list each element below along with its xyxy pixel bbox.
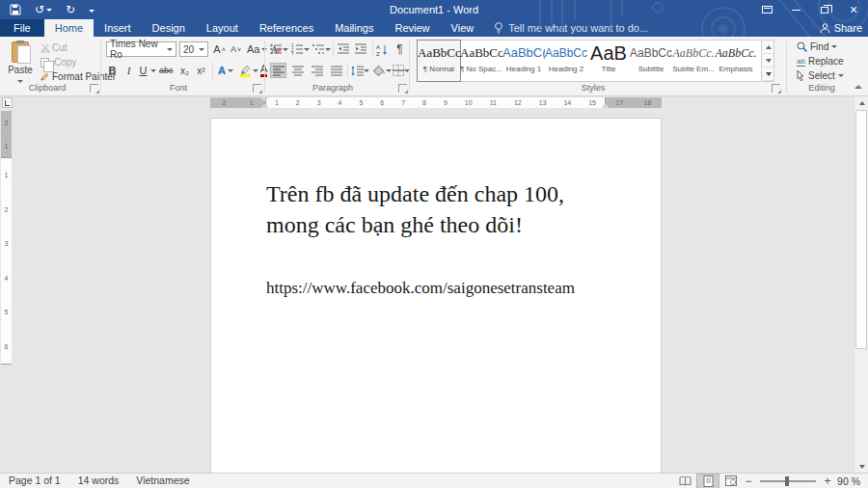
zoom-out-button[interactable]: −	[743, 474, 754, 488]
zoom-in-button[interactable]: +	[822, 474, 833, 488]
tab-selector-button[interactable]	[2, 97, 13, 108]
vertical-ruler[interactable]: 21 123456	[1, 111, 13, 365]
tab-home[interactable]: Home	[44, 19, 94, 37]
underline-dropdown-icon[interactable]	[150, 69, 156, 72]
document-page[interactable]: Trên fb đã update đến chap 100, mong các…	[210, 118, 662, 473]
font-dialog-launcher[interactable]	[253, 84, 261, 93]
clipboard-dialog-launcher[interactable]	[90, 84, 98, 93]
ruler-tick: 8	[422, 99, 426, 106]
grow-font-button[interactable]: A˄	[213, 41, 226, 57]
select-label: Select	[808, 70, 835, 81]
align-left-button[interactable]	[270, 63, 286, 78]
style-normal[interactable]: AaBbCcI ¶ Normal	[418, 41, 460, 81]
tab-insert[interactable]: Insert	[94, 19, 142, 37]
align-right-button[interactable]	[309, 63, 325, 78]
scrollbar-thumb[interactable]	[855, 110, 867, 349]
print-layout-button[interactable]	[696, 474, 719, 488]
italic-button[interactable]: I	[122, 63, 135, 78]
style-heading1[interactable]: AaBbC( Heading 1	[502, 41, 545, 81]
tab-file[interactable]: File	[0, 19, 44, 37]
tab-design[interactable]: Design	[142, 19, 196, 37]
highlight-color-button[interactable]	[239, 63, 258, 78]
web-layout-button[interactable]	[719, 474, 743, 488]
underline-button[interactable]: U	[137, 63, 149, 78]
decrease-indent-button[interactable]	[338, 41, 350, 57]
style-emphasis[interactable]: AaBbCc. Emphasis	[715, 41, 757, 81]
styles-more-button[interactable]	[763, 68, 773, 81]
borders-button[interactable]	[393, 63, 410, 78]
tab-layout[interactable]: Layout	[196, 19, 249, 37]
multilevel-list-button[interactable]	[312, 41, 331, 57]
share-button[interactable]: Share	[820, 19, 862, 37]
find-button[interactable]: Find	[797, 41, 837, 52]
text-effects-button[interactable]: A	[218, 63, 233, 78]
hanging-indent-marker[interactable]	[260, 103, 268, 108]
paragraph-dialog-launcher[interactable]	[398, 84, 407, 93]
replace-button[interactable]: ab Replace	[797, 56, 844, 67]
tab-references[interactable]: References	[249, 19, 324, 37]
first-line-indent-marker[interactable]	[260, 97, 268, 102]
document-link-text[interactable]: https://www.facebook.com/saigonesetranst…	[266, 279, 575, 298]
print-layout-icon	[703, 475, 714, 487]
align-left-icon	[273, 66, 285, 76]
style-no-spacing[interactable]: AaBbCcI ¶ No Spac...	[460, 41, 502, 81]
customize-qat-button[interactable]	[89, 0, 95, 20]
word-count[interactable]: 14 words	[69, 474, 128, 488]
page-indicator[interactable]: Page 1 of 1	[0, 474, 69, 488]
ribbon: Paste Cut Copy Format Painter Clipboard …	[0, 37, 868, 96]
cut-button[interactable]: Cut	[39, 41, 69, 55]
font-size-combo[interactable]: 20	[179, 41, 208, 57]
zoom-slider-thumb[interactable]	[785, 476, 789, 486]
close-button[interactable]: ×	[839, 0, 868, 19]
superscript-button[interactable]: x²	[195, 63, 207, 78]
style-subtitle[interactable]: AaBbCcE Subtitle	[630, 41, 672, 81]
undo-button[interactable]: ↺	[35, 0, 52, 19]
line-spacing-button[interactable]	[351, 63, 369, 78]
tab-view[interactable]: View	[441, 19, 485, 37]
style-subtle-emphasis[interactable]: AaBbCc. Subtle Em...	[672, 41, 715, 81]
bullets-button[interactable]	[270, 41, 288, 57]
restore-button[interactable]	[810, 0, 839, 19]
strikethrough-button[interactable]: abc	[159, 63, 174, 78]
styles-scroll-up[interactable]	[763, 41, 773, 54]
save-button[interactable]	[10, 4, 21, 15]
horizontal-ruler[interactable]: 21 123456789101112131415 1718	[210, 97, 662, 108]
increase-indent-button[interactable]	[355, 41, 367, 57]
font-name-combo[interactable]: Times New Ro	[106, 41, 176, 57]
read-mode-button[interactable]	[673, 474, 696, 488]
zoom-percentage[interactable]: 90 %	[833, 475, 868, 487]
right-indent-marker[interactable]	[602, 103, 610, 108]
tab-mailings[interactable]: Mailings	[324, 19, 384, 37]
group-divider	[264, 41, 265, 93]
sort-button[interactable]: AZ	[376, 41, 389, 57]
style-name: ¶ No Spac...	[460, 65, 502, 73]
zoom-slider[interactable]	[760, 480, 816, 482]
select-button[interactable]: Select	[797, 70, 844, 81]
subscript-button[interactable]: x₂	[178, 63, 191, 78]
tab-review[interactable]: Review	[385, 19, 441, 37]
vertical-scrollbar[interactable]	[854, 96, 868, 473]
ribbon-display-options-button[interactable]	[752, 0, 781, 19]
collapse-ribbon-icon[interactable]	[854, 85, 862, 89]
align-center-button[interactable]	[289, 63, 306, 78]
numbering-button[interactable]: 123	[291, 41, 310, 57]
scroll-down-button[interactable]	[854, 460, 868, 473]
shrink-font-button[interactable]: A˅	[230, 41, 242, 57]
tell-me-box[interactable]: Tell me what you want to do...	[484, 19, 658, 37]
shading-button[interactable]	[373, 63, 392, 78]
style-title[interactable]: AaB Title	[587, 41, 630, 81]
style-heading2[interactable]: AaBbCcE Heading 2	[545, 41, 587, 81]
justify-button[interactable]	[328, 63, 344, 78]
minimize-button[interactable]	[781, 0, 810, 19]
document-paragraph[interactable]: Trên fb đã update đến chap 100, mong các…	[266, 178, 590, 240]
status-bar: Page 1 of 1 14 words Vietnamese − + 90 %	[0, 473, 868, 488]
copy-button[interactable]: Copy	[39, 55, 78, 69]
styles-dialog-launcher[interactable]	[772, 84, 780, 93]
styles-scroll-down[interactable]	[763, 54, 773, 68]
language-indicator[interactable]: Vietnamese	[127, 474, 198, 488]
redo-button[interactable]: ↻	[66, 0, 75, 19]
numbering-dropdown-icon	[304, 48, 310, 51]
show-hide-marks-button[interactable]: ¶	[393, 41, 406, 57]
bold-button[interactable]: B	[106, 63, 119, 78]
scroll-up-button[interactable]	[854, 96, 868, 109]
